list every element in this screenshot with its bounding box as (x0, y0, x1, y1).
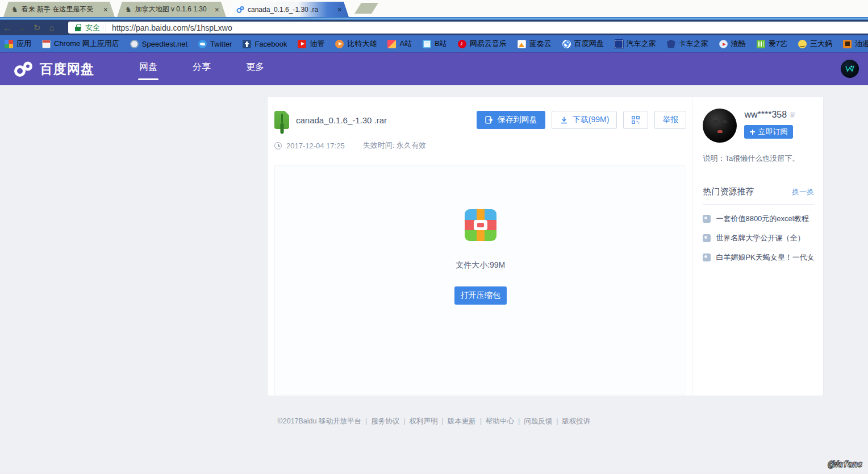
footer-link-help[interactable]: 帮助中心 (476, 417, 514, 425)
reload-icon[interactable]: ↻ (30, 23, 44, 33)
baidu-pan-favicon (236, 6, 244, 14)
bookmark-zhaku[interactable]: 渣酷 (719, 39, 746, 49)
footer-link-terms[interactable]: 服务协议 (361, 417, 399, 425)
sharer-avatar[interactable] (703, 109, 737, 143)
page-body: canada_0.1.6_-1.30 .rar 保存到网盘 (0, 85, 868, 474)
autohome-icon (615, 40, 623, 48)
bookmark-3dm[interactable]: 三大妈 (798, 39, 832, 49)
crown-icon: ♛ (788, 110, 798, 120)
tab-forum-thread[interactable]: ♞ 看来 新手 在这里是不受 × (3, 2, 115, 17)
bookmark-baidu-pan[interactable]: 百度网盘 (562, 39, 604, 49)
bookmark-autohome[interactable]: 汽车之家 (615, 39, 656, 49)
bookmark-speedtest[interactable]: Speedtest.net (130, 40, 187, 48)
sharer-username: ww****358 (744, 110, 787, 120)
zhaku-icon (719, 40, 728, 48)
browser-toolbar: ← → ↻ ⌂ 安全 https://pan.baidu.com/s/1hspL… (0, 20, 868, 35)
tab-title: 加拿大地图 v 0.1.6 1.30 (135, 5, 210, 14)
footer-link-feedback[interactable]: 问题反馈 (514, 417, 552, 425)
hot-item[interactable]: 一套价值8800元的excel教程 (703, 214, 814, 224)
baidu-pan-header: 百度网盘 网盘 分享 更多 (0, 52, 868, 85)
hot-item[interactable]: 世界名牌大学公开课（全） (703, 233, 814, 243)
nav-tab-more[interactable]: 更多 (244, 57, 266, 81)
sharer-description: 说明：Ta很懒什么也没留下。 (703, 153, 814, 164)
action-buttons: 保存到网盘 下载(99M) (477, 111, 687, 129)
netease-music-icon (458, 40, 466, 48)
sharer-profile: ww****358 ♛ 立即订阅 (703, 109, 814, 143)
iqiyi-icon (757, 40, 765, 48)
doc-icon (703, 253, 711, 261)
tab-canada-map[interactable]: ♞ 加拿大地图 v 0.1.6 1.30 × (117, 2, 226, 17)
3dm-icon (798, 40, 807, 48)
back-icon[interactable]: ← (0, 23, 15, 32)
download-button[interactable]: 下载(99M) (552, 111, 617, 129)
bookmark-bilibili[interactable]: B站 (423, 39, 447, 49)
hot-item[interactable]: 白羊媚娘PK天蝎女皇！一代女皇... (703, 252, 814, 263)
lanzou-icon (518, 40, 526, 48)
bookmark-bitedaxiong[interactable]: 比特大雄 (335, 39, 377, 49)
share-card: canada_0.1.6_-1.30 .rar 保存到网盘 (267, 97, 824, 396)
footer-link-updates[interactable]: 版本更新 (437, 417, 475, 425)
subscribe-button[interactable]: 立即订阅 (744, 125, 793, 139)
account-avatar[interactable] (841, 60, 859, 78)
secure-lock-icon[interactable] (75, 27, 81, 31)
bookmark-lanzouyun[interactable]: 蓝奏云 (518, 39, 552, 49)
bookmark-truckhome[interactable]: 卡车之家 (667, 39, 708, 49)
footer-link-copyright-report[interactable]: 版权投诉 (552, 417, 590, 425)
bookmark-facebook[interactable]: Facebook (243, 40, 287, 48)
file-preview-panel: 文件大小:99M 打开压缩包 (274, 165, 686, 394)
bookmark-youtube[interactable]: 油管 (298, 39, 324, 49)
download-icon (560, 115, 569, 124)
baidu-pan-logo-icon (12, 61, 34, 78)
save-icon (485, 115, 494, 124)
hot-resources-title: 热门资源推荐 (703, 186, 754, 197)
forum-favicon: ♞ (11, 6, 18, 13)
file-meta-row: 2017-12-04 17:25 失效时间: 永久有效 (274, 140, 686, 151)
archive-file-icon (274, 111, 289, 129)
apps-grid-icon (5, 40, 13, 48)
doc-icon (703, 215, 711, 223)
address-bar[interactable]: 安全 https://pan.baidu.com/s/1hspLxwo (68, 22, 868, 34)
nav-tab-pan[interactable]: 网盘 (137, 57, 160, 81)
save-to-pan-button[interactable]: 保存到网盘 (477, 111, 545, 129)
baidu-pan-logo[interactable]: 百度网盘 (12, 60, 94, 78)
tab-baidu-pan-active[interactable]: canada_0.1.6_-1.30 .ra × (228, 2, 349, 17)
forum-favicon: ♞ (125, 6, 132, 13)
new-tab-button[interactable] (354, 3, 378, 14)
speedtest-icon (130, 40, 139, 48)
bookmark-youminwang[interactable]: 油遏网 (843, 39, 868, 49)
sharer-sidebar: ww****358 ♛ 立即订阅 说明：Ta很懒什么也没留下。 热门资源推荐 换… (692, 97, 823, 396)
forward-icon[interactable]: → (15, 23, 30, 32)
bookmark-acfun[interactable]: A站 (387, 39, 412, 49)
page-footer: ©2017Baidu 移动开放平台服务协议权利声明版本更新帮助中心问题反馈版权投… (0, 417, 868, 426)
bookmark-chrome-store[interactable]: Chrome 网上应用店 (42, 39, 119, 49)
nav-tab-share[interactable]: 分享 (190, 57, 213, 81)
footer-link-rights[interactable]: 权利声明 (399, 417, 437, 425)
facebook-icon (243, 40, 251, 48)
refresh-link[interactable]: 换一换 (792, 187, 814, 197)
home-icon[interactable]: ⌂ (44, 23, 59, 32)
report-button[interactable]: 举报 (654, 111, 686, 129)
chrome-store-icon (42, 40, 51, 48)
tab-strip: ♞ 看来 新手 在这里是不受 × ♞ 加拿大地图 v 0.1.6 1.30 × … (0, 0, 868, 17)
youmin-icon (843, 40, 852, 48)
file-row: canada_0.1.6_-1.30 .rar 保存到网盘 (274, 111, 686, 129)
brand-title: 百度网盘 (40, 60, 94, 78)
tab-title: canada_0.1.6_-1.30 .ra (248, 6, 333, 14)
file-size-label: 文件大小:99M (456, 260, 505, 271)
browser-window: ♞ 看来 新手 在这里是不受 × ♞ 加拿大地图 v 0.1.6 1.30 × … (0, 0, 868, 474)
truckhome-icon (667, 40, 675, 48)
share-time: 2017-12-04 17:25 (286, 142, 345, 150)
bookmark-netease-music[interactable]: 网易云音乐 (458, 39, 507, 49)
share-main: canada_0.1.6_-1.30 .rar 保存到网盘 (268, 97, 692, 396)
bookmark-apps[interactable]: 应用 (5, 39, 31, 49)
close-icon[interactable]: × (214, 6, 220, 14)
url-text[interactable]: https://pan.baidu.com/s/1hspLxwo (112, 23, 232, 32)
bookmark-twitter[interactable]: Twitter (198, 40, 232, 48)
security-label: 安全 (85, 23, 100, 33)
close-icon[interactable]: × (102, 6, 109, 14)
close-icon[interactable]: × (336, 6, 343, 14)
open-archive-button[interactable]: 打开压缩包 (454, 286, 507, 305)
qr-code-button[interactable] (623, 111, 648, 129)
bookmark-iqiyi[interactable]: 爱7艺 (757, 39, 787, 49)
buckle-shape (474, 220, 487, 230)
